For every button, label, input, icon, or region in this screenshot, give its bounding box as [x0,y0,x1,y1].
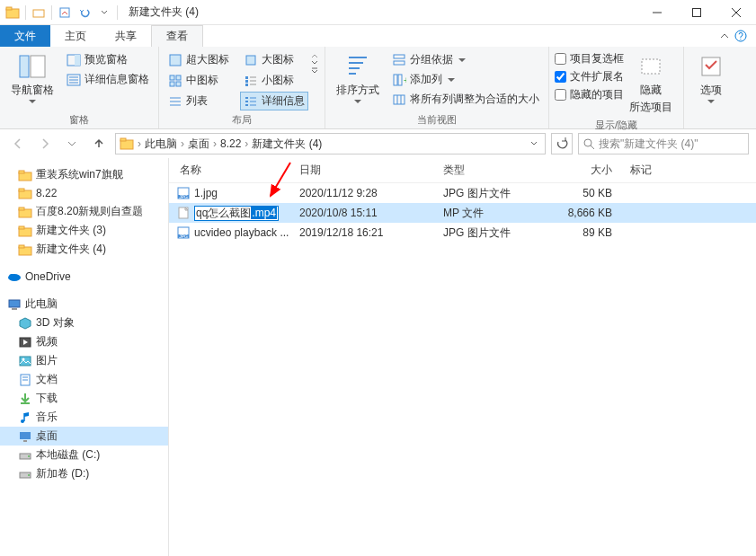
tree-item[interactable]: 桌面 [0,427,168,446]
breadcrumb-root-icon[interactable] [118,137,136,151]
svg-text:+: + [404,75,406,85]
tab-home[interactable]: 主页 [50,25,101,47]
list-button[interactable]: 列表 [165,92,233,110]
ribbon-collapse-icon[interactable] [720,31,729,40]
large-icons-button[interactable]: 大图标 [240,50,308,69]
svg-rect-44 [394,55,405,58]
tree-item[interactable]: 文档 [0,370,168,389]
search-input[interactable]: 搜索"新建文件夹 (4)" [578,133,749,154]
layout-scroll-up-icon[interactable] [310,52,319,59]
add-columns-button[interactable]: +添加列 [388,70,543,89]
small-icons-button[interactable]: 小图标 [240,71,308,90]
breadcrumb-folder2[interactable]: 新建文件夹 (4) [250,137,324,152]
svg-rect-25 [245,80,248,83]
tree-item[interactable]: 重装系统win7旗舰 [0,165,168,184]
qat-undo-icon[interactable] [76,4,93,22]
refresh-button[interactable] [551,133,573,154]
forward-button[interactable] [34,133,56,154]
close-button[interactable] [716,0,756,25]
column-tag[interactable]: 标记 [623,163,756,178]
breadcrumb-pc[interactable]: 此电脑 [143,137,179,152]
svg-rect-70 [9,300,20,307]
hidden-items-checkbox[interactable]: 隐藏的项目 [555,86,624,103]
pc-icon [7,297,22,312]
music-icon [18,410,32,425]
tree-item[interactable]: 下载 [0,389,168,408]
column-headers[interactable]: 名称 日期 类型 大小 标记 [169,158,756,183]
minimize-button[interactable] [637,0,677,25]
column-name[interactable]: 名称 [169,163,299,178]
file-row[interactable]: JPG1.jpg2020/11/12 9:28JPG 图片文件50 KB [169,183,756,203]
file-extensions-checkbox[interactable]: 文件扩展名 [555,68,624,85]
up-button[interactable] [88,133,110,154]
svg-rect-45 [394,61,405,65]
details-pane-button[interactable]: 详细信息窗格 [63,70,153,89]
svg-rect-1 [6,7,12,10]
back-button[interactable] [7,133,29,154]
tree-item[interactable]: 新建文件夹 (4) [0,240,168,259]
tree-onedrive[interactable]: OneDrive [0,268,168,286]
breadcrumb-desktop[interactable]: 桌面 [186,137,211,152]
tab-share[interactable]: 共享 [101,25,151,47]
breadcrumb-folder1[interactable]: 8.22 [218,137,243,150]
hide-selected-button[interactable]: 隐藏 所选项目 [624,50,678,117]
address-dropdown-icon[interactable] [525,140,543,147]
file-icon: JPG [176,225,191,240]
recent-locations-button[interactable] [61,133,83,154]
file-row[interactable]: qq怎么截图.mp42020/10/8 15:11MP 文件8,666 KB [169,203,756,223]
ribbon-group-show-hide: 项目复选框 文件扩展名 隐藏的项目 隐藏 所选项目 显示/隐藏 [549,47,684,128]
chevron-right-icon[interactable]: › [136,137,143,150]
xlarge-icons-button[interactable]: 超大图标 [165,50,233,69]
rename-input[interactable]: qq怎么截图.mp4 [194,206,279,221]
group-by-button[interactable]: 分组依据 [388,50,543,69]
svg-rect-61 [19,189,24,191]
tree-item[interactable]: 新加卷 (D:) [0,464,168,483]
item-checkboxes-checkbox[interactable]: 项目复选框 [555,50,624,67]
sort-button[interactable]: 排序方式 [331,50,385,105]
tree-item[interactable]: 本地磁盘 (C:) [0,446,168,464]
file-area: 名称 日期 类型 大小 标记 JPG1.jpg2020/11/12 9:28JP… [169,158,756,556]
file-list[interactable]: JPG1.jpg2020/11/12 9:28JPG 图片文件50 KBqq怎么… [169,183,756,556]
tree-item[interactable]: 新建文件夹 (3) [0,221,168,240]
svg-rect-5 [693,8,701,16]
svg-rect-18 [170,55,181,66]
tree-this-pc[interactable]: 此电脑 [0,295,168,313]
address-bar[interactable]: › 此电脑 › 桌面 › 8.22 › 新建文件夹 (4) [115,133,546,154]
tab-view[interactable]: 查看 [151,25,203,47]
tab-file[interactable]: 文件 [0,25,50,47]
ribbon-group-options: 选项 [684,47,738,128]
preview-pane-button[interactable]: 预览窗格 [63,50,153,69]
tree-item[interactable]: 视频 [0,332,168,351]
chevron-right-icon[interactable]: › [179,137,186,150]
tree-item[interactable]: 图片 [0,351,168,370]
svg-rect-34 [245,101,248,102]
layout-scroll-down-icon[interactable] [310,59,319,66]
column-type[interactable]: 类型 [443,163,551,178]
qat-properties-icon[interactable] [56,4,74,22]
svg-rect-21 [176,75,181,80]
nav-pane-button[interactable]: 导航窗格 [5,50,59,105]
size-columns-button[interactable]: 将所有列调整为合适的大小 [388,90,543,109]
file-row[interactable]: JPGucvideo playback ...2019/12/18 16:21J… [169,223,756,243]
layout-more-icon[interactable] [310,66,319,74]
column-size[interactable]: 大小 [551,163,623,178]
tree-item[interactable]: 百度8.20新规则自查题 [0,202,168,221]
maximize-button[interactable] [677,0,716,25]
medium-icons-button[interactable]: 中图标 [165,71,233,90]
file-icon: JPG [176,186,191,200]
details-view-button[interactable]: 详细信息 [240,92,308,110]
drive-icon [18,467,32,481]
svg-rect-26 [245,84,248,86]
tree-item[interactable]: 8.22 [0,184,168,202]
qat-dropdown-icon[interactable] [95,4,113,22]
tree-item[interactable]: 3D 对象 [0,313,168,332]
tree-item[interactable]: 音乐 [0,408,168,427]
chevron-right-icon[interactable]: › [243,137,250,150]
options-button[interactable]: 选项 [689,50,733,105]
column-date[interactable]: 日期 [299,163,443,178]
picture-icon [18,354,32,368]
help-icon[interactable]: ? [734,30,747,42]
navigation-tree[interactable]: 重装系统win7旗舰8.22百度8.20新规则自查题新建文件夹 (3)新建文件夹… [0,158,169,556]
qat-folder-icon[interactable] [30,4,48,22]
chevron-right-icon[interactable]: › [211,137,218,150]
